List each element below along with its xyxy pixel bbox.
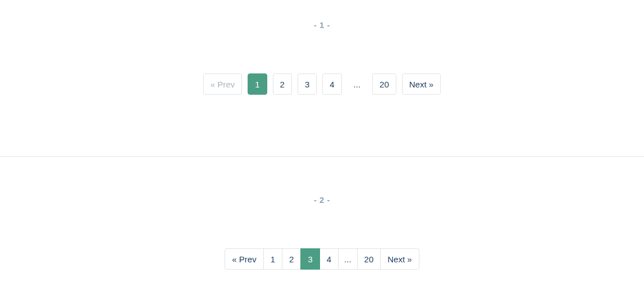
page-4-button[interactable]: 4	[319, 248, 339, 270]
page-last-button[interactable]: 20	[357, 248, 381, 270]
prev-button[interactable]: « Prev	[225, 248, 263, 270]
prev-button: « Prev	[203, 73, 242, 95]
section-title-2: - 2 -	[0, 195, 644, 205]
pagination-1: « Prev 1 2 3 4 ... 20 Next »	[203, 73, 441, 95]
ellipsis: ...	[338, 248, 358, 270]
next-button[interactable]: Next »	[380, 248, 419, 270]
page-1-button[interactable]: 1	[263, 248, 282, 270]
page-4-button[interactable]: 4	[322, 73, 341, 95]
page-2-button[interactable]: 2	[282, 248, 301, 270]
example-section-2: - 2 - « Prev 1 2 3 4 ... 20 Next »	[0, 157, 644, 287]
page-last-button[interactable]: 20	[372, 73, 396, 95]
page-3-button[interactable]: 3	[298, 73, 317, 95]
page-1-button[interactable]: 1	[248, 73, 267, 95]
pagination-2: « Prev 1 2 3 4 ... 20 Next »	[225, 248, 419, 270]
page-2-button[interactable]: 2	[273, 73, 292, 95]
page-3-button[interactable]: 3	[300, 248, 319, 270]
ellipsis: ...	[348, 73, 367, 95]
example-section-1: - 1 - « Prev 1 2 3 4 ... 20 Next »	[0, 0, 644, 156]
section-title-1: - 1 -	[0, 20, 644, 30]
next-button[interactable]: Next »	[402, 73, 441, 95]
